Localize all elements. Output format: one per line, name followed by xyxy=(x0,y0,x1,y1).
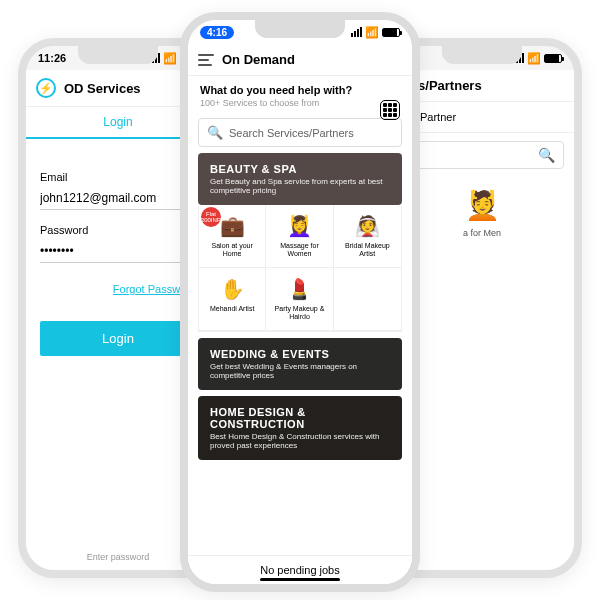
massage-icon: 💆‍♀️ xyxy=(270,213,328,239)
service-label: Massage for Women xyxy=(270,242,328,259)
wifi-icon: 📶 xyxy=(365,26,379,39)
service-label: Party Makeup & Hairdo xyxy=(270,305,328,322)
grid-icon[interactable] xyxy=(380,100,400,120)
app-title: On Demand xyxy=(222,52,295,67)
service-label: Bridal Makeup Artist xyxy=(338,242,397,259)
password-field[interactable] xyxy=(40,240,196,263)
banner-title: WEDDING & EVENTS xyxy=(210,348,390,360)
menu-icon[interactable] xyxy=(198,54,214,66)
phone-main: 4:16 📶 On Demand What do you need help w… xyxy=(180,12,420,592)
mehandi-icon: ✋ xyxy=(203,276,261,302)
service-label: Salon at your Home xyxy=(203,242,261,259)
search-icon: 🔍 xyxy=(207,125,223,140)
service-massage[interactable]: 💆‍♀️ Massage for Women xyxy=(266,205,333,268)
banner-desc: Get best Wedding & Events managers on co… xyxy=(210,362,390,380)
banner-wedding[interactable]: WEDDING & EVENTS Get best Wedding & Even… xyxy=(198,338,402,390)
search-input[interactable]: 🔍 xyxy=(400,141,564,169)
makeup-icon: 💄 xyxy=(270,276,328,302)
notch xyxy=(78,46,158,64)
notch xyxy=(442,46,522,64)
app-title: OD Services xyxy=(64,81,141,96)
search-input[interactable]: 🔍 Search Services/Partners xyxy=(198,118,402,147)
password-label: Password xyxy=(40,224,196,236)
search-placeholder: Search Services/Partners xyxy=(229,127,354,139)
home-indicator xyxy=(260,578,340,581)
clock: 11:26 xyxy=(38,52,66,64)
email-label: Email xyxy=(40,171,196,183)
service-empty xyxy=(334,268,401,331)
logo-icon: ⚡ xyxy=(36,78,56,98)
notch xyxy=(255,20,345,38)
login-button[interactable]: Login xyxy=(40,321,196,356)
banner-desc: Best Home Design & Construction services… xyxy=(210,432,390,450)
search-icon: 🔍 xyxy=(538,147,555,163)
banner-title: BEAUTY & SPA xyxy=(210,163,390,175)
clock: 4:16 xyxy=(200,26,234,39)
service-party[interactable]: 💄 Party Makeup & Hairdo xyxy=(266,268,333,331)
question-text: What do you need help with? xyxy=(188,76,412,98)
email-field[interactable] xyxy=(40,187,196,210)
signal-icon xyxy=(351,27,362,37)
banner-title: HOME DESIGN & CONSTRUCTION xyxy=(210,406,390,430)
bridal-icon: 👰 xyxy=(338,213,397,239)
banner-beauty[interactable]: BEAUTY & SPA Get Beauty and Spa service … xyxy=(198,153,402,205)
banner-desc: Get Beauty and Spa service from experts … xyxy=(210,177,390,195)
subtitle-text: 100+ Services to choose from xyxy=(188,98,412,114)
wifi-icon: 📶 xyxy=(527,52,541,65)
service-mehandi[interactable]: ✋ Mehandi Artist xyxy=(199,268,266,331)
service-bridal[interactable]: 👰 Bridal Makeup Artist xyxy=(334,205,401,268)
banner-home[interactable]: HOME DESIGN & CONSTRUCTION Best Home Des… xyxy=(198,396,402,460)
tab-partner-label: Partner xyxy=(420,111,456,123)
discount-badge: Flat 200INR xyxy=(201,207,221,227)
battery-icon xyxy=(544,54,562,63)
service-label: Mehandi Artist xyxy=(203,305,261,313)
service-salon[interactable]: Flat 200INR 💼 Salon at your Home xyxy=(199,205,266,268)
wifi-icon: 📶 xyxy=(163,52,177,65)
battery-icon xyxy=(382,28,400,37)
services-grid: Flat 200INR 💼 Salon at your Home 💆‍♀️ Ma… xyxy=(198,205,402,332)
app-header: On Demand xyxy=(188,44,412,76)
